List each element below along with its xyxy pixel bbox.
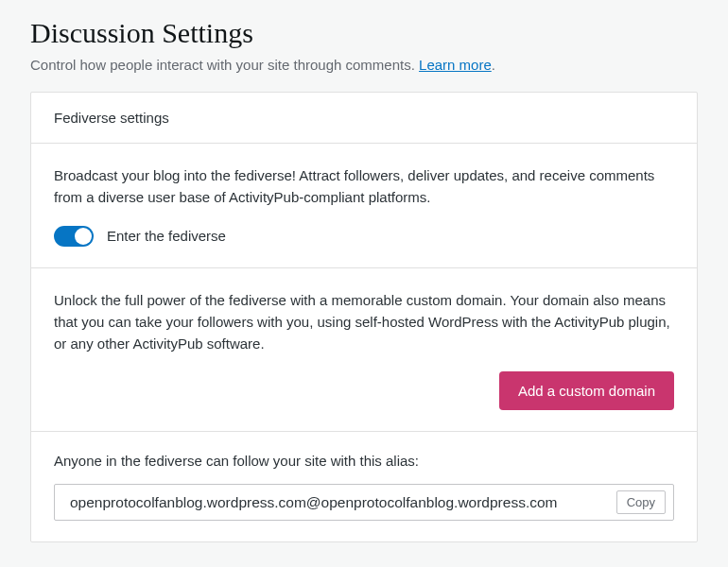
toggle-row: Enter the fediverse: [54, 226, 674, 247]
alias-input[interactable]: [68, 493, 609, 512]
page-subtitle: Control how people interact with your si…: [30, 57, 698, 73]
card-header: Fediverse settings: [31, 93, 697, 144]
subtitle-suffix: .: [492, 57, 495, 73]
alias-label: Anyone in the fediverse can follow your …: [54, 453, 674, 469]
learn-more-link[interactable]: Learn more: [419, 57, 492, 73]
enter-fediverse-toggle[interactable]: [54, 226, 94, 247]
alias-section: Anyone in the fediverse can follow your …: [31, 432, 697, 541]
add-custom-domain-button[interactable]: Add a custom domain: [499, 371, 674, 410]
copy-button[interactable]: Copy: [616, 490, 666, 514]
toggle-label: Enter the fediverse: [107, 228, 226, 244]
toggle-knob-icon: [75, 228, 92, 245]
button-row: Add a custom domain: [54, 371, 674, 410]
enter-fediverse-section: Broadcast your blog into the fediverse! …: [31, 144, 697, 268]
broadcast-description: Broadcast your blog into the fediverse! …: [54, 164, 674, 209]
subtitle-text: Control how people interact with your si…: [30, 57, 419, 73]
alias-field-row: Copy: [54, 484, 674, 521]
custom-domain-section: Unlock the full power of the fediverse w…: [31, 268, 697, 433]
fediverse-settings-card: Fediverse settings Broadcast your blog i…: [30, 92, 698, 542]
page-title: Discussion Settings: [30, 17, 698, 49]
custom-domain-description: Unlock the full power of the fediverse w…: [54, 289, 674, 355]
